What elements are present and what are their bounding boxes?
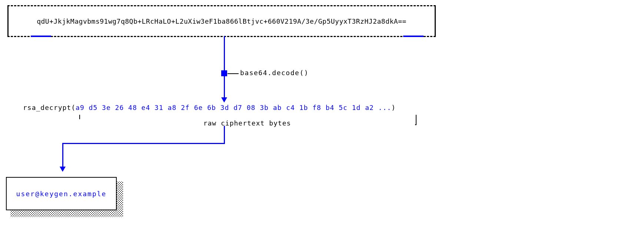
flow-arrow-2b: [62, 143, 225, 144]
flow-arrow-2c: [62, 143, 63, 168]
box-accent-right: [403, 36, 424, 37]
step-node-icon: [221, 70, 227, 76]
plaintext-output-box: user@keygen.example: [6, 177, 117, 210]
rsa-decrypt-call: rsa_decrypt(a9 d5 3e 26 48 e4 31 a8 2f 6…: [23, 104, 396, 111]
plaintext-output: user@keygen.example: [16, 190, 107, 198]
base64-string: qdU+JkjkMagvbms91wg7q8Qb+LRcHaLO+L2uXiw3…: [37, 17, 406, 25]
box-accent-left: [31, 36, 51, 37]
step-tick: [228, 73, 239, 74]
cipher-bytes: a9 d5 3e 26 48 e4 31 a8 2f 6e 6b 3d d7 0…: [76, 104, 391, 111]
cipher-bytes-bracket-label: raw ciphertext bytes: [202, 119, 293, 127]
rsa-fn-name: rsa_decrypt(: [23, 104, 76, 111]
step-label-decode: base64.decode(): [240, 69, 309, 77]
base64-input-box: qdU+JkjkMagvbms91wg7q8Qb+LRcHaLO+L2uXiw3…: [7, 5, 436, 37]
rsa-close-paren: ): [391, 104, 396, 111]
flow-arrowhead-1: [221, 97, 227, 103]
flow-arrow-2a: [224, 126, 225, 144]
flow-arrow-1: [224, 36, 225, 99]
flow-arrowhead-2: [60, 167, 66, 172]
cipher-bytes-bracket-label-row: raw ciphertext bytes: [79, 119, 415, 127]
